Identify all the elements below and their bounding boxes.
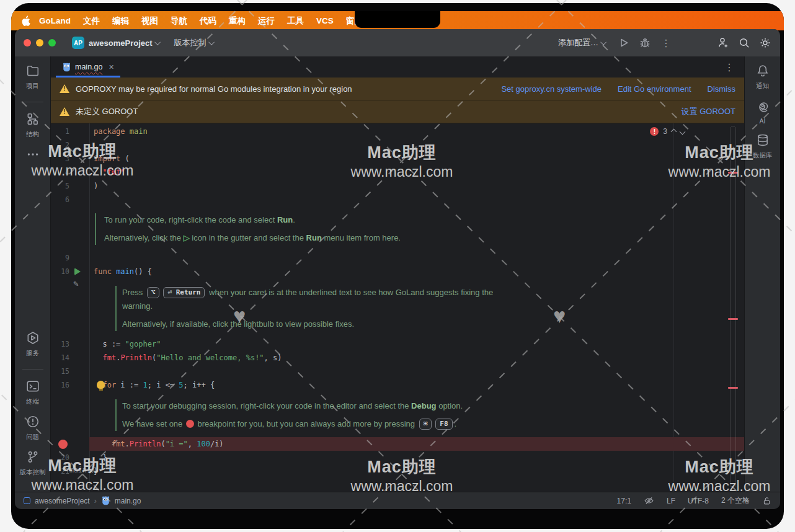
warning-icon: !	[60, 107, 69, 116]
run-icon[interactable]	[618, 37, 630, 49]
hint-text: breakpoint for you, but you can always a…	[195, 419, 417, 428]
editor-gutter[interactable]: 10	[51, 265, 89, 278]
code-text: s := "gopher"	[89, 337, 744, 351]
error-stripe-mark[interactable]	[728, 318, 738, 320]
close-tab-icon[interactable]: ×	[109, 62, 113, 72]
editor-gutter[interactable]: 5	[51, 179, 89, 193]
caret-position[interactable]: 17:1	[617, 497, 631, 505]
menu-item[interactable]: 导航	[164, 16, 193, 25]
code-line: 16 for i := 1; i <= 5; i++ {	[51, 378, 744, 392]
project-badge: AP	[72, 37, 84, 49]
editor-gutter[interactable]: 13	[51, 337, 89, 351]
breadcrumb-file[interactable]: main.go	[115, 497, 141, 505]
indent-style[interactable]: 2 个空格	[721, 495, 750, 506]
search-icon[interactable]	[738, 37, 750, 49]
error-stripe-mark[interactable]	[728, 172, 738, 174]
vcs-widget[interactable]: 版本控制	[174, 37, 207, 48]
macos-menu-bar: GoLand 文件编辑视图导航代码重构运行工具VCS窗口	[11, 11, 784, 30]
editor-gutter[interactable]: 1	[51, 125, 89, 138]
intention-pencil-icon[interactable]: ✎	[73, 278, 78, 288]
menu-item[interactable]: 重构	[223, 16, 252, 25]
debug-icon[interactable]	[639, 37, 651, 49]
editor-gutter[interactable]: 14	[51, 351, 89, 365]
editor-gutter[interactable]: 2	[51, 138, 89, 152]
breadcrumb-project[interactable]: awesomeProject	[35, 497, 90, 505]
previous-error-icon[interactable]	[671, 128, 677, 135]
hint-text: option.	[437, 401, 463, 410]
editor-gutter[interactable]: 3	[51, 152, 89, 166]
tool-window-button-database[interactable]: 数据库	[753, 133, 773, 160]
banner-action-link[interactable]: 设置 GOROOT	[682, 106, 735, 117]
menu-item[interactable]: 代码	[193, 16, 223, 25]
code-text: package main	[89, 125, 744, 138]
run-configuration-selector[interactable]: 添加配置…	[558, 37, 609, 48]
tool-window-icon[interactable]	[24, 497, 30, 504]
project-selector[interactable]: awesomeProject	[89, 38, 153, 48]
menu-item[interactable]: 编辑	[106, 16, 135, 25]
tool-window-button-services[interactable]: 服务	[26, 331, 40, 358]
editor-gutter[interactable]: 15	[51, 365, 89, 378]
inspections-widget[interactable]: ! 3	[650, 127, 685, 136]
keyboard-key-chip: ⏎ Return	[163, 287, 205, 298]
menu-app-name[interactable]: GoLand	[39, 16, 71, 25]
editor-gutter[interactable]: 6	[51, 193, 89, 206]
banner-action-link[interactable]: Set goproxy.cn system-wide	[501, 84, 602, 94]
minimize-window-button[interactable]	[36, 39, 43, 47]
line-ending[interactable]: LF	[667, 497, 675, 505]
unlock-icon[interactable]	[762, 496, 771, 506]
menu-items: 文件编辑视图导航代码重构运行工具VCS窗口	[77, 16, 369, 27]
add-user-icon[interactable]	[717, 37, 729, 49]
code-editor[interactable]: 1package main23import (4 "fmt"5)6To run …	[51, 123, 744, 492]
tool-window-button-more[interactable]	[26, 148, 40, 164]
close-window-button[interactable]	[24, 39, 31, 47]
code-line: 1package main	[51, 125, 744, 138]
more-actions-icon[interactable]: ⋮	[660, 37, 672, 49]
tool-window-button-folder[interactable]: 项目	[26, 64, 40, 91]
editor-scrollbar[interactable]	[730, 126, 736, 488]
apple-icon[interactable]	[21, 16, 30, 27]
intention-bulb-icon[interactable]	[97, 381, 105, 389]
error-badge-icon: !	[650, 127, 659, 136]
run-main-gutter-icon[interactable]	[74, 268, 81, 275]
tool-window-button-vcs[interactable]: 版本控制	[20, 450, 46, 477]
tool-window-button-problems[interactable]: 问题	[26, 415, 40, 441]
editor-gutter[interactable]	[51, 437, 89, 451]
enclosing-symbol-label: main()	[69, 466, 95, 474]
tool-window-button-terminal[interactable]: 终端	[26, 379, 40, 406]
breakpoint-icon[interactable]	[58, 440, 68, 449]
editor-gutter[interactable]: 20	[51, 451, 89, 464]
editor-gutter[interactable]: 16	[51, 378, 89, 392]
code-text: "fmt"	[89, 166, 744, 179]
code-line: 4 "fmt"	[51, 166, 744, 179]
zoom-window-button[interactable]	[48, 39, 56, 47]
hint-text: Alternatively, if available, click the l…	[122, 319, 354, 329]
code-line: fmt.Println("i =", 100/i)	[51, 437, 744, 451]
tool-window-label: 服务	[26, 349, 39, 358]
banner-action-link[interactable]: Dismiss	[708, 84, 736, 94]
code-text: fmt.Println("Hello and welcome, %s!", s)	[89, 351, 744, 365]
warning-icon: !	[60, 84, 69, 93]
menu-item[interactable]: 运行	[252, 16, 281, 25]
error-stripe-mark[interactable]	[728, 387, 738, 389]
next-error-icon[interactable]	[680, 128, 686, 135]
editor-gutter[interactable]: 9	[51, 251, 89, 265]
reader-mode-icon[interactable]	[644, 495, 654, 506]
editor-gutter[interactable]: 4	[51, 166, 89, 179]
tool-window-button-ai[interactable]: AI	[756, 99, 770, 125]
menu-item[interactable]: 视图	[135, 16, 164, 25]
menu-item[interactable]: VCS	[310, 16, 340, 25]
menu-item[interactable]: 工具	[281, 16, 310, 25]
line-number: 21	[51, 464, 69, 478]
settings-gear-icon[interactable]	[759, 37, 771, 49]
code-line: 20 }	[51, 451, 744, 464]
tab-options-icon[interactable]: ⋮	[723, 61, 735, 73]
code-text	[89, 193, 744, 206]
tab-main-go[interactable]: main.go ×	[56, 56, 120, 78]
banner-action-link[interactable]: Edit Go environment	[618, 84, 691, 94]
tool-window-button-structure[interactable]: 结构	[26, 112, 40, 139]
file-encoding[interactable]: UTF-8	[688, 497, 709, 505]
title-bar: AP awesomeProject 版本控制 添加配置… ⋮	[15, 29, 780, 56]
tool-window-button-bell[interactable]: 通知	[756, 64, 770, 91]
menu-item[interactable]: 文件	[77, 16, 106, 25]
hint-text: To start your debugging session, right-c…	[122, 401, 411, 410]
